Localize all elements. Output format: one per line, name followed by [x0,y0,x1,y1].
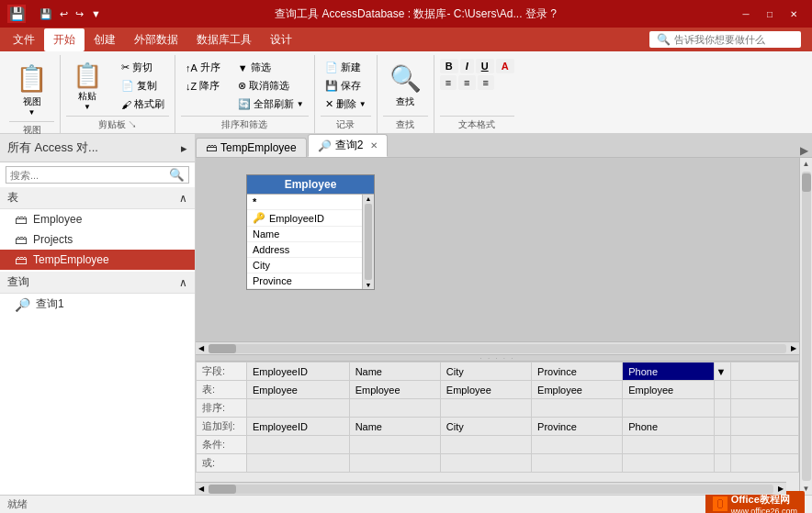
grid-cell-field-3[interactable]: Province [532,362,623,381]
menu-external[interactable]: 外部数据 [125,28,187,51]
grid-cell-condition-0[interactable] [247,436,350,454]
left-panel-arrow[interactable]: ▸ [181,141,187,155]
grid-cell-field-1[interactable]: Name [349,362,440,381]
view-button[interactable]: 📋 视图 ▼ [9,59,54,121]
menu-start[interactable]: 开始 [44,28,85,51]
table-scroll-down[interactable]: ▼ [363,281,374,289]
descending-button[interactable]: ↓Z 降序 [181,77,225,95]
vscroll-up[interactable]: ▲ [801,158,812,170]
h-scroll-right-arrow[interactable]: ▶ [788,344,799,352]
grid-cell-or-2[interactable] [440,454,531,473]
grid-cell-condition-1[interactable] [349,436,440,454]
grid-cell-condition-4[interactable] [623,436,714,454]
align-center-button[interactable]: ≡ [458,75,475,90]
design-h-scrollbar[interactable]: ◀ ▶ [196,341,799,354]
save-btn[interactable]: 💾 [37,8,55,20]
cancel-filter-button[interactable]: ⊗ 取消筛选 [233,77,309,95]
tab-query2[interactable]: 🔎 查询2 ✕ [308,134,389,157]
grid-cell-field-dropdown[interactable]: ▼ [714,362,730,381]
grid-cell-condition-2[interactable] [440,436,531,454]
undo-btn[interactable]: ↩ [57,8,71,20]
customize-btn[interactable]: ▼ [88,8,104,19]
grid-cell-or-extra [730,454,799,473]
menu-design[interactable]: 设计 [261,28,301,51]
grid-h-scroll-right[interactable]: ▶ [775,485,786,493]
paste-button[interactable]: 📋 粘贴 ▼ [66,59,108,114]
menu-file[interactable]: 文件 [4,28,44,51]
nav-item-employee[interactable]: 🗃 Employee [0,209,195,229]
queries-section-header[interactable]: 查询 ∧ [0,272,195,294]
grid-label-or: 或: [197,454,247,473]
find-button[interactable]: 🔍 查找 [383,59,428,113]
tab-query2-close[interactable]: ✕ [370,140,378,151]
nav-item-projects[interactable]: 🗃 Projects [0,229,195,250]
grid-cell-field-2[interactable]: City [440,362,531,381]
bold-button[interactable]: B [440,59,458,73]
align-right-button[interactable]: ≡ [478,75,494,90]
minimize-btn[interactable]: ─ [735,5,757,23]
splitter[interactable]: · · · · · [196,354,799,362]
grid-cell-appendto-3[interactable]: Province [532,418,623,436]
grid-cell-sort-1[interactable] [349,399,440,418]
search-submit-button[interactable]: 🔍 [165,167,188,183]
underline-button[interactable]: U [476,59,494,73]
grid-cell-table-4[interactable]: Employee [623,381,714,399]
align-left-button[interactable]: ≡ [440,75,457,90]
ribbon-group-view: 📋 视图 ▼ 视图 [4,55,61,133]
ribbon-search-input[interactable] [674,34,794,45]
grid-cell-table-3[interactable]: Employee [532,381,623,399]
tables-section-header[interactable]: 表 ∧ [0,187,195,209]
grid-cell-or-4[interactable] [623,454,714,473]
format-painter-button[interactable]: 🖌 格式刷 [117,95,169,113]
grid-h-scrollbar[interactable]: ◀ ▶ [196,482,786,495]
nav-item-query1[interactable]: 🔎 查询1 [0,294,195,315]
cut-button[interactable]: ✂ 剪切 [117,59,169,76]
grid-cell-field-4[interactable]: Phone [623,362,714,381]
menu-create[interactable]: 创建 [85,28,125,51]
grid-row-table: 表: Employee Employee Employee Employee E… [197,381,799,399]
grid-cell-or-1[interactable] [349,454,440,473]
menu-dbtools[interactable]: 数据库工具 [187,28,261,51]
grid-cell-appendto-0[interactable]: EmployeeID [247,418,350,436]
right-vscrollbar[interactable]: ▲ ▼ [799,158,812,495]
italic-button[interactable]: I [460,59,474,73]
grid-cell-sort-4[interactable] [623,399,714,418]
save-record-button[interactable]: 💾 保存 [321,77,371,95]
copy-button[interactable]: 📄 复制 [117,77,169,95]
grid-cell-table-0[interactable]: Employee [247,381,350,399]
close-btn[interactable]: ✕ [783,5,805,23]
restore-btn[interactable]: □ [759,5,781,23]
search-input[interactable] [6,168,165,183]
delete-button[interactable]: ✕ 删除 ▼ [321,95,371,113]
ascending-label: 升序 [200,61,220,74]
nav-item-tempemployee[interactable]: 🗃 TempEmployee [0,250,195,270]
grid-cell-sort-0[interactable] [247,399,350,418]
grid-cell-condition-3[interactable] [532,436,623,454]
grid-cell-table-1[interactable]: Employee [349,381,440,399]
grid-cell-sort-3[interactable] [532,399,623,418]
redo-btn[interactable]: ↪ [73,8,86,20]
grid-h-scroll-left[interactable]: ◀ [196,485,207,493]
grid-cell-field-0[interactable]: EmployeeID [247,362,350,381]
table-scroll-up[interactable]: ▲ [363,195,374,203]
new-record-button[interactable]: 📄 新建 [321,59,371,76]
grid-cell-sort-2[interactable] [440,399,531,418]
ascending-button[interactable]: ↑A 升序 [181,59,225,76]
table-scrollbar[interactable]: ▲ ▼ [362,195,374,289]
grid-cell-appendto-4[interactable]: Phone [623,418,714,436]
h-scroll-left-arrow[interactable]: ◀ [196,344,207,352]
tab-scroll-right[interactable]: ▶ [800,144,808,157]
ribbon-search[interactable]: 🔍 [649,31,801,48]
grid-cell-table-2[interactable]: Employee [440,381,531,399]
tab-tempemployee[interactable]: 🗃 TempEmployee [196,138,307,157]
grid-cell-appendto-1[interactable]: Name [349,418,440,436]
grid-h-thumb [209,485,236,494]
fontcolor-button[interactable]: A [496,59,514,73]
grid-cell-or-0[interactable] [247,454,350,473]
grid-cell-or-3[interactable] [532,454,623,473]
tab-query2-label: 查询2 [335,138,364,153]
query-content: Employee * 🔑 EmployeeID Name [196,158,812,495]
refresh-all-button[interactable]: 🔄 全部刷新 ▼ [233,95,309,113]
grid-cell-appendto-2[interactable]: City [440,418,531,436]
filter-button[interactable]: ▼ 筛选 [233,59,309,76]
